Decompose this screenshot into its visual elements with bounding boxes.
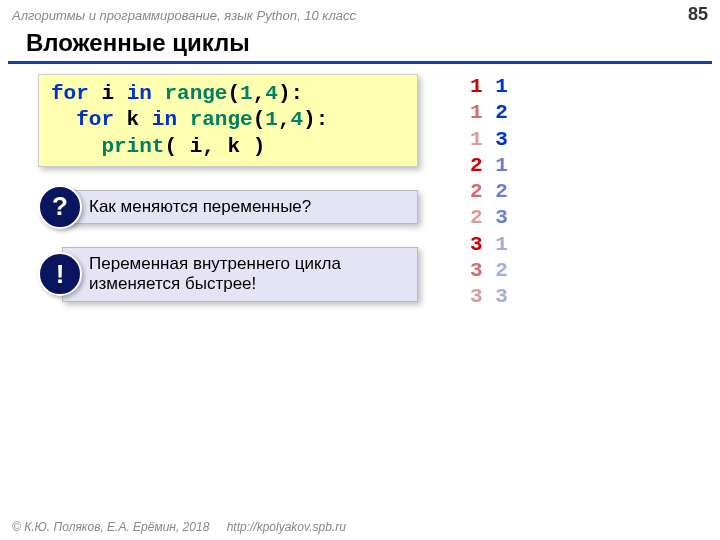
- slide-footer: © К.Ю. Поляков, Е.А. Ерёмин, 2018 http:/…: [12, 520, 346, 534]
- kw-for: for: [51, 82, 89, 105]
- slide-header: Алгоритмы и программирование, язык Pytho…: [0, 0, 720, 27]
- fn-range: range: [152, 82, 228, 105]
- page-number: 85: [688, 4, 708, 25]
- output-row: 2 2: [470, 179, 508, 205]
- question-text: Как меняются переменные?: [62, 190, 418, 224]
- output-row: 2 1: [470, 153, 508, 179]
- slide-content: for i in range(1,4): for k in range(1,4)…: [0, 74, 720, 302]
- kw-in: in: [127, 82, 152, 105]
- copyright: © К.Ю. Поляков, Е.А. Ерёмин, 2018: [12, 520, 209, 534]
- output-row: 1 1: [470, 74, 508, 100]
- program-output: 1 11 21 32 12 22 33 13 23 3: [470, 74, 508, 310]
- question-icon: ?: [38, 185, 82, 229]
- output-row: 2 3: [470, 205, 508, 231]
- note-callout: ! Переменная внутреннего цикла изменяетс…: [38, 247, 418, 302]
- course-name: Алгоритмы и программирование, язык Pytho…: [12, 8, 356, 23]
- fn-range: range: [177, 108, 253, 131]
- fn-print: print: [51, 135, 164, 158]
- slide-title: Вложенные циклы: [0, 27, 720, 61]
- output-row: 1 2: [470, 100, 508, 126]
- exclamation-icon: !: [38, 252, 82, 296]
- footer-url: http://kpolyakov.spb.ru: [227, 520, 346, 534]
- kw-in: in: [152, 108, 177, 131]
- kw-for: for: [51, 108, 114, 131]
- code-block: for i in range(1,4): for k in range(1,4)…: [38, 74, 418, 167]
- output-row: 1 3: [470, 127, 508, 153]
- output-row: 3 3: [470, 284, 508, 310]
- title-underline: [8, 61, 712, 64]
- output-row: 3 1: [470, 232, 508, 258]
- output-row: 3 2: [470, 258, 508, 284]
- note-text: Переменная внутреннего цикла изменяется …: [62, 247, 418, 302]
- question-callout: ? Как меняются переменные?: [38, 185, 418, 229]
